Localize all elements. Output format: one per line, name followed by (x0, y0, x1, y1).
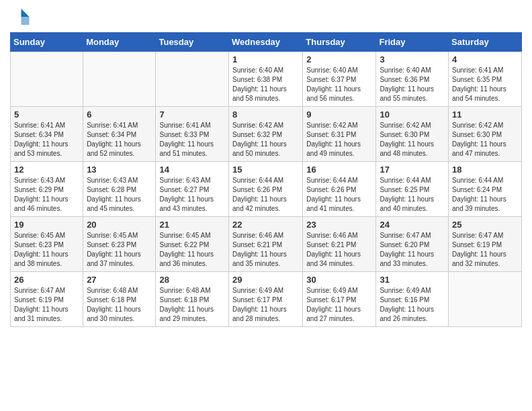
day-info: Sunrise: 6:47 AM Sunset: 6:20 PM Dayligh… (380, 231, 445, 269)
calendar-cell: 24Sunrise: 6:47 AM Sunset: 6:20 PM Dayli… (376, 217, 449, 272)
day-info: Sunrise: 6:45 AM Sunset: 6:22 PM Dayligh… (159, 231, 225, 269)
calendar-cell: 15Sunrise: 6:44 AM Sunset: 6:26 PM Dayli… (229, 162, 303, 217)
day-number: 13 (87, 165, 152, 175)
day-number: 20 (87, 220, 152, 230)
day-number: 30 (306, 275, 372, 285)
day-info: Sunrise: 6:40 AM Sunset: 6:38 PM Dayligh… (232, 66, 299, 103)
calendar-cell: 16Sunrise: 6:44 AM Sunset: 6:26 PM Dayli… (303, 162, 376, 217)
calendar-cell: 25Sunrise: 6:47 AM Sunset: 6:19 PM Dayli… (449, 217, 522, 272)
calendar-cell: 21Sunrise: 6:45 AM Sunset: 6:22 PM Dayli… (156, 217, 229, 272)
calendar-cell: 23Sunrise: 6:46 AM Sunset: 6:21 PM Dayli… (303, 217, 376, 272)
weekday-header-sunday: Sunday (11, 33, 83, 52)
calendar-cell: 30Sunrise: 6:49 AM Sunset: 6:17 PM Dayli… (303, 272, 376, 327)
calendar-cell: 20Sunrise: 6:45 AM Sunset: 6:23 PM Dayli… (83, 217, 156, 272)
week-row-4: 19Sunrise: 6:45 AM Sunset: 6:23 PM Dayli… (11, 217, 522, 272)
week-row-1: 1Sunrise: 6:40 AM Sunset: 6:38 PM Daylig… (11, 52, 522, 107)
day-number: 5 (14, 109, 79, 120)
calendar-cell: 9Sunrise: 6:42 AM Sunset: 6:31 PM Daylig… (303, 107, 376, 162)
day-info: Sunrise: 6:42 AM Sunset: 6:31 PM Dayligh… (306, 121, 372, 158)
svg-marker-0 (21, 9, 30, 17)
day-info: Sunrise: 6:41 AM Sunset: 6:34 PM Dayligh… (87, 121, 152, 158)
day-number: 2 (306, 54, 372, 64)
day-number: 21 (159, 220, 225, 230)
day-number: 6 (87, 109, 152, 120)
day-number: 29 (232, 275, 299, 285)
weekday-header-thursday: Thursday (303, 33, 376, 52)
calendar-cell (83, 52, 156, 107)
weekday-header-monday: Monday (83, 33, 156, 52)
day-info: Sunrise: 6:42 AM Sunset: 6:30 PM Dayligh… (380, 121, 445, 158)
day-info: Sunrise: 6:46 AM Sunset: 6:21 PM Dayligh… (232, 231, 299, 269)
calendar-cell: 22Sunrise: 6:46 AM Sunset: 6:21 PM Dayli… (229, 217, 303, 272)
svg-marker-1 (21, 17, 30, 25)
day-number: 15 (232, 165, 299, 175)
day-number: 25 (452, 220, 518, 230)
day-number: 14 (159, 165, 225, 175)
day-number: 16 (306, 165, 372, 175)
day-number: 22 (232, 220, 299, 230)
calendar-cell: 14Sunrise: 6:43 AM Sunset: 6:27 PM Dayli… (156, 162, 229, 217)
calendar-cell: 17Sunrise: 6:44 AM Sunset: 6:25 PM Dayli… (376, 162, 449, 217)
day-number: 7 (159, 109, 225, 120)
calendar-cell: 27Sunrise: 6:48 AM Sunset: 6:18 PM Dayli… (83, 272, 156, 327)
day-info: Sunrise: 6:42 AM Sunset: 6:30 PM Dayligh… (452, 121, 518, 158)
calendar-cell: 12Sunrise: 6:43 AM Sunset: 6:29 PM Dayli… (11, 162, 83, 217)
calendar-cell (156, 52, 229, 107)
day-number: 26 (14, 275, 79, 285)
logo-icon (10, 7, 30, 27)
weekday-header-wednesday: Wednesday (229, 33, 303, 52)
calendar-cell: 28Sunrise: 6:48 AM Sunset: 6:18 PM Dayli… (156, 272, 229, 327)
day-number: 10 (380, 109, 445, 120)
day-info: Sunrise: 6:45 AM Sunset: 6:23 PM Dayligh… (14, 231, 79, 269)
day-number: 8 (232, 109, 299, 120)
day-number: 27 (87, 275, 152, 285)
day-info: Sunrise: 6:40 AM Sunset: 6:37 PM Dayligh… (306, 66, 372, 103)
week-row-5: 26Sunrise: 6:47 AM Sunset: 6:19 PM Dayli… (11, 272, 522, 327)
day-info: Sunrise: 6:49 AM Sunset: 6:16 PM Dayligh… (380, 286, 445, 324)
day-info: Sunrise: 6:45 AM Sunset: 6:23 PM Dayligh… (87, 231, 152, 269)
day-info: Sunrise: 6:41 AM Sunset: 6:35 PM Dayligh… (452, 66, 518, 103)
day-info: Sunrise: 6:43 AM Sunset: 6:29 PM Dayligh… (14, 176, 79, 214)
day-info: Sunrise: 6:48 AM Sunset: 6:18 PM Dayligh… (87, 286, 152, 324)
calendar-cell: 19Sunrise: 6:45 AM Sunset: 6:23 PM Dayli… (11, 217, 83, 272)
calendar-cell (449, 272, 522, 327)
week-row-2: 5Sunrise: 6:41 AM Sunset: 6:34 PM Daylig… (11, 107, 522, 162)
calendar-cell: 8Sunrise: 6:42 AM Sunset: 6:32 PM Daylig… (229, 107, 303, 162)
calendar-cell: 10Sunrise: 6:42 AM Sunset: 6:30 PM Dayli… (376, 107, 449, 162)
day-info: Sunrise: 6:48 AM Sunset: 6:18 PM Dayligh… (159, 286, 225, 324)
day-number: 18 (452, 165, 518, 175)
weekday-header-saturday: Saturday (449, 33, 522, 52)
day-number: 12 (14, 165, 79, 175)
day-info: Sunrise: 6:49 AM Sunset: 6:17 PM Dayligh… (306, 286, 372, 324)
day-info: Sunrise: 6:46 AM Sunset: 6:21 PM Dayligh… (306, 231, 372, 269)
day-number: 23 (306, 220, 372, 230)
day-info: Sunrise: 6:44 AM Sunset: 6:26 PM Dayligh… (306, 176, 372, 214)
calendar-cell: 29Sunrise: 6:49 AM Sunset: 6:17 PM Dayli… (229, 272, 303, 327)
calendar-cell (11, 52, 83, 107)
day-info: Sunrise: 6:49 AM Sunset: 6:17 PM Dayligh… (232, 286, 299, 324)
day-info: Sunrise: 6:44 AM Sunset: 6:24 PM Dayligh… (452, 176, 518, 214)
calendar-cell: 2Sunrise: 6:40 AM Sunset: 6:37 PM Daylig… (303, 52, 376, 107)
calendar-cell: 18Sunrise: 6:44 AM Sunset: 6:24 PM Dayli… (449, 162, 522, 217)
calendar-cell: 11Sunrise: 6:42 AM Sunset: 6:30 PM Dayli… (449, 107, 522, 162)
day-info: Sunrise: 6:41 AM Sunset: 6:34 PM Dayligh… (14, 121, 79, 158)
calendar-cell: 13Sunrise: 6:43 AM Sunset: 6:28 PM Dayli… (83, 162, 156, 217)
day-number: 9 (306, 109, 372, 120)
calendar-table: SundayMondayTuesdayWednesdayThursdayFrid… (10, 32, 522, 327)
day-number: 1 (232, 54, 299, 64)
day-info: Sunrise: 6:47 AM Sunset: 6:19 PM Dayligh… (452, 231, 518, 269)
header (10, 7, 522, 27)
day-info: Sunrise: 6:44 AM Sunset: 6:26 PM Dayligh… (232, 176, 299, 214)
day-number: 4 (452, 54, 518, 64)
day-number: 19 (14, 220, 79, 230)
day-number: 17 (380, 165, 445, 175)
day-number: 28 (159, 275, 225, 285)
weekday-header-friday: Friday (376, 33, 449, 52)
page-container: SundayMondayTuesdayWednesdayThursdayFrid… (0, 0, 532, 337)
day-number: 11 (452, 109, 518, 120)
day-number: 31 (380, 275, 445, 285)
logo (10, 7, 33, 27)
weekday-header-tuesday: Tuesday (156, 33, 229, 52)
day-number: 24 (380, 220, 445, 230)
calendar-cell: 1Sunrise: 6:40 AM Sunset: 6:38 PM Daylig… (229, 52, 303, 107)
